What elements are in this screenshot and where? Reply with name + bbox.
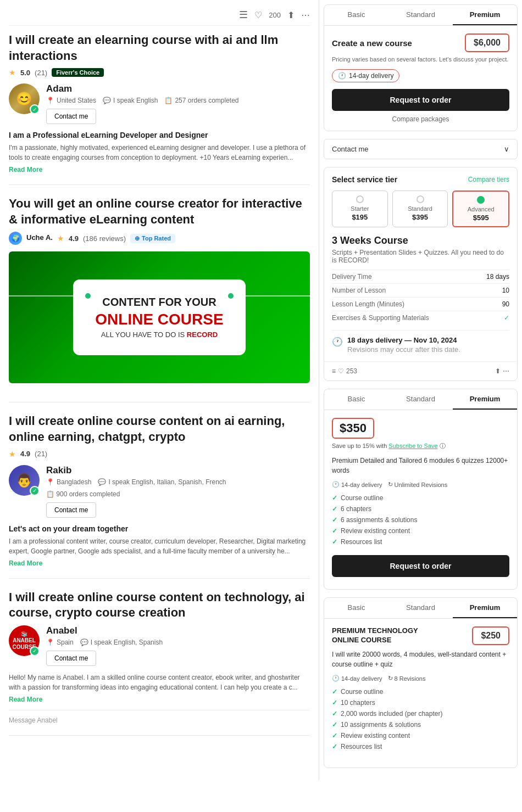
checklist-item-4: Review existing content — [332, 525, 509, 536]
tier-header: Select service tier Compare tiers — [332, 175, 509, 184]
panel-4-tab-premium[interactable]: Premium — [453, 598, 517, 618]
panel-2-likes: 253 — [346, 367, 357, 375]
more-icon-2[interactable]: ⋯ — [503, 367, 509, 375]
share-icon[interactable]: ⬆ — [287, 10, 295, 20]
gig-1-desc-body: I'm a passionate, highly motivated, expe… — [9, 143, 310, 163]
panel-3-price: $350 — [332, 418, 374, 439]
panel-4-tabs: Basic Standard Premium — [324, 598, 517, 619]
heart-icon[interactable]: ♡ — [254, 10, 262, 20]
gig-1-read-more[interactable]: Read More — [9, 166, 42, 173]
gig-4-desc-body: Hello! My name is Anabel. I am a skilled… — [9, 673, 310, 692]
subscribe-link[interactable]: Subscribe to Save — [388, 443, 437, 449]
gig-4-read-more[interactable]: Read More — [9, 696, 42, 703]
gig-4-message-label: Message Anabel — [9, 716, 58, 724]
likes-count: 200 — [269, 11, 281, 19]
panel-3-tab-premium[interactable]: Premium — [453, 389, 517, 410]
panel-4-tab-basic[interactable]: Basic — [324, 598, 388, 618]
panel-4: Basic Standard Premium PREMIUM TECHNOLOG… — [324, 597, 518, 768]
panel-3-request-button[interactable]: Request to order — [332, 555, 509, 577]
feat-badges: 🕐 14-day delivery ↻ Unlimited Revisions — [332, 481, 509, 488]
panel-3-features-desc: Premium Detailed and Tailored 6 modules … — [332, 456, 509, 475]
detail-delivery-time: Delivery Time 18 days — [332, 270, 509, 283]
info-icon: ⓘ — [440, 443, 446, 449]
tier-standard[interactable]: Standard $395 — [392, 191, 448, 227]
tier-advanced[interactable]: Advanced $595 — [452, 191, 509, 227]
detail-delivery-value: 18 days — [486, 273, 509, 281]
course-title: 3 Weeks Course — [332, 235, 509, 247]
compare-tiers-link[interactable]: Compare tiers — [468, 176, 509, 183]
gig-3-rating: 4.9 — [20, 450, 30, 458]
panel-2: Select service tier Compare tiers Starte… — [324, 167, 518, 381]
panel-2-body: Select service tier Compare tiers Starte… — [324, 167, 517, 361]
panel-4-check-2: 10 chapters — [332, 697, 509, 708]
delivery-title: 18 days delivery — Nov 10, 2024 — [347, 336, 460, 344]
gig-4-seller-name: Anabel — [46, 625, 310, 636]
starter-price: $195 — [337, 213, 383, 221]
heart-icon-2[interactable]: ♡ — [338, 367, 344, 375]
gig-4-seller-row: 📚ANABELCOURSE ✓ Anabel 📍 Spain 💬 I speak… — [9, 625, 310, 666]
panel-4-check-1: Course outline — [332, 686, 509, 697]
gig-3-country: 📍 Bangladesh — [46, 478, 91, 486]
gig-3-title: I will create online course content on a… — [9, 413, 310, 445]
panel-4-premium-label: PREMIUM TECHNOLOGY ONLINE COURSE — [332, 626, 420, 645]
panel-1-delivery-label: 14-day delivery — [349, 72, 393, 80]
detail-delivery-label: Delivery Time — [332, 273, 372, 281]
gig-1-orders: 📋 257 orders completed — [164, 97, 238, 104]
gig-4-title: I will create online course content on t… — [9, 590, 310, 621]
gig-4-seller-info: Anabel 📍 Spain 💬 I speak English, Spanis… — [46, 625, 310, 666]
standard-radio — [417, 195, 424, 203]
panel-4-body: PREMIUM TECHNOLOGY ONLINE COURSE $250 I … — [324, 619, 517, 768]
gig-1-contact-button[interactable]: Contact me — [46, 109, 96, 124]
gig-3-read-more[interactable]: Read More — [9, 559, 42, 567]
gig-2-reviews: (186 reviews) — [83, 234, 126, 243]
gig-2-image-line — [9, 295, 310, 296]
create-course-label: Create a new course — [332, 38, 412, 48]
starter-radio — [356, 195, 364, 203]
panel-4-tab-standard[interactable]: Standard — [388, 598, 453, 618]
gig-1-title: I will create an elearning course with a… — [9, 32, 310, 64]
feat-badge-revisions: ↻ Unlimited Revisions — [388, 481, 448, 488]
gig-1-avatar-wrap: 😊 ✓ — [9, 83, 40, 114]
share-icon-2[interactable]: ⬆ — [495, 367, 501, 375]
panel-4-price: $250 — [472, 626, 509, 645]
gig-4-section: I will create online course content on t… — [9, 590, 310, 736]
panel-4-check-6: Resources list — [332, 741, 509, 752]
gig-3-verified-badge: ✓ — [30, 486, 40, 496]
refresh-icon: ↻ — [388, 481, 393, 488]
top-rated-label: Top Rated — [142, 235, 171, 242]
gig-1-rating: 5.0 — [20, 69, 30, 77]
panel-1-compare-link[interactable]: Compare packages — [332, 115, 509, 123]
gig-3-contact-button[interactable]: Contact me — [46, 502, 96, 518]
gig-4-country: 📍 Spain — [46, 639, 74, 646]
checklist-item-3: 6 assignments & solutions — [332, 514, 509, 525]
panel-1-tab-premium[interactable]: Premium — [453, 5, 517, 25]
detail-length-value: 90 — [502, 300, 509, 308]
more-icon[interactable]: ⋯ — [301, 10, 310, 20]
panel-1-request-button[interactable]: Request to order — [332, 89, 509, 111]
contact-dropdown[interactable]: Contact me ∨ — [324, 139, 518, 159]
gig-4-contact-button[interactable]: Contact me — [46, 651, 96, 666]
gig-1-section: I will create an elearning course with a… — [9, 32, 310, 185]
panel-4-checklist: Course outline 10 chapters 2,000 words i… — [332, 686, 509, 752]
panel-4-check-4: 10 assignments & solutions — [332, 719, 509, 730]
panel-3-tab-basic[interactable]: Basic — [324, 389, 388, 410]
gig-3-reviews: (21) — [35, 450, 47, 458]
gig-3-desc-header: Let's act on your dream together — [9, 524, 310, 533]
panel-3-tab-standard[interactable]: Standard — [388, 389, 453, 410]
panel-3-tabs: Basic Standard Premium — [324, 389, 517, 410]
panel-4-check-3: 2,000 words included (per chapter) — [332, 708, 509, 719]
panel-1-tab-standard[interactable]: Standard — [388, 5, 453, 25]
list-icon[interactable]: ≡ — [332, 367, 336, 375]
detail-length-label: Lesson Length (Minutes) — [332, 300, 404, 308]
starter-label: Starter — [337, 205, 383, 212]
tier-starter[interactable]: Starter $195 — [332, 191, 388, 227]
panel-1-tab-basic[interactable]: Basic — [324, 5, 388, 25]
menu-icon[interactable]: ☰ — [239, 9, 248, 21]
gig-3-section: I will create online course content on a… — [9, 413, 310, 578]
delivery-info: 18 days delivery — Nov 10, 2024 Revision… — [347, 336, 460, 354]
gig-1-seller-meta: 📍 United States 💬 I speak English 📋 257 … — [46, 97, 310, 104]
gig-1-review-count: (21) — [35, 69, 47, 77]
detail-lessons-label: Number of Lesson — [332, 287, 386, 294]
gig-3-seller-row: 👨 ✓ Rakib 📍 Bangladesh 💬 I speak English… — [9, 465, 310, 518]
panel-2-icons-left: ≡ ♡ 253 — [332, 367, 357, 375]
